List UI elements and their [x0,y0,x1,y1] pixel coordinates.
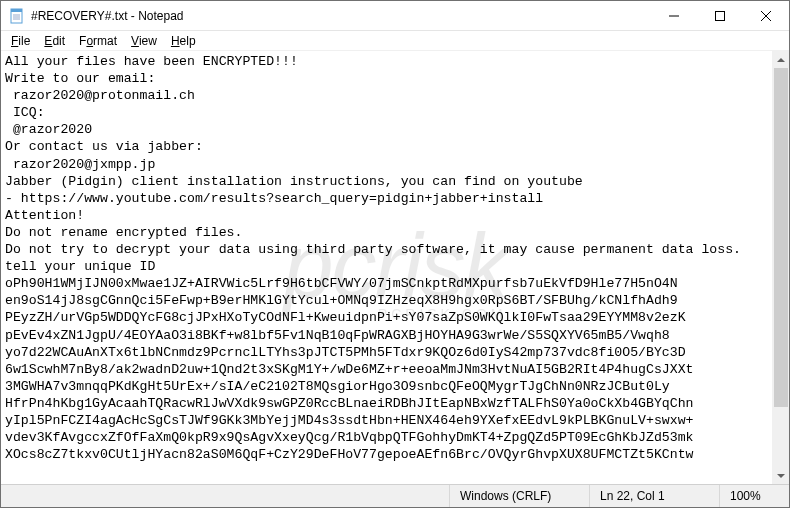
scroll-up-button[interactable] [773,51,789,68]
menu-format[interactable]: Format [73,33,123,49]
text-line: - https://www.youtube.com/results?search… [5,190,768,207]
text-line: 3MGWHA7v3mnqqPKdKgHt5UrEx+/sIA/eC2102T8M… [5,378,768,395]
text-line: Jabber (Pidgin) client installation inst… [5,173,768,190]
text-line: Attention! [5,207,768,224]
notepad-window: #RECOVERY#.txt - Notepad File Edit Forma… [0,0,790,508]
notepad-icon [9,8,25,24]
menu-edit[interactable]: Edit [38,33,71,49]
text-line: HfrPn4hKbg1GyAcaahTQRacwRlJwVXdk9swGPZ0R… [5,395,768,412]
svg-rect-5 [716,11,725,20]
menubar: File Edit Format View Help [1,31,789,51]
text-line: ICQ: [5,104,768,121]
statusbar: Windows (CRLF) Ln 22, Col 1 100% [1,484,789,507]
text-line: oPh90H1WMjIJN00xMwae1JZ+AIRVWic5Lrf9H6tb… [5,275,768,292]
status-zoom: 100% [719,485,789,507]
titlebar-left: #RECOVERY#.txt - Notepad [1,8,184,24]
text-line: en9oS14jJ8sgCGnnQci5FeFwp+B9erHMKlGYtYcu… [5,292,768,309]
maximize-icon [715,11,725,21]
chevron-up-icon [777,56,785,64]
text-line: Or contact us via jabber: [5,138,768,155]
text-line: pEvEv4xZN1JgpU/4EOYAaO3i8BKf+w8lbf5Fv1Nq… [5,327,768,344]
close-icon [761,11,771,21]
text-line: Do not try to decrypt your data using th… [5,241,768,258]
editor-area: All your files have been ENCRYPTED!!!Wri… [1,51,789,484]
scroll-thumb[interactable] [774,68,788,407]
vertical-scrollbar[interactable] [772,51,789,484]
text-line: Write to our email: [5,70,768,87]
text-line: razor2020@jxmpp.jp [5,156,768,173]
text-line: All your files have been ENCRYPTED!!! [5,53,768,70]
scroll-down-button[interactable] [773,467,789,484]
close-button[interactable] [743,1,789,30]
text-line: @razor2020 [5,121,768,138]
text-line: Do not rename encrypted files. [5,224,768,241]
window-title: #RECOVERY#.txt - Notepad [31,9,184,23]
window-controls [651,1,789,30]
text-line: 6w1ScwhM7nBy8/ak2wadnD2uw+1Qnd2t3xSKgM1Y… [5,361,768,378]
text-line: yo7d22WCAuAnXTx6tlbNCnmdz9PcrnclLTYhs3pJ… [5,344,768,361]
titlebar[interactable]: #RECOVERY#.txt - Notepad [1,1,789,31]
minimize-icon [669,11,679,21]
menu-view[interactable]: View [125,33,163,49]
svg-rect-1 [11,9,22,12]
scroll-track[interactable] [773,68,789,467]
text-line: PEyzZH/urVGp5WDDQYcFG8cjJPxHXoTyCOdNFl+K… [5,309,768,326]
text-line: vdev3KfAvgccxZfOfFaXmQ0kpR9x9QsAgvXxeyQc… [5,429,768,446]
menu-help[interactable]: Help [165,33,202,49]
text-line: XOcs8cZ7tkxv0CUtljHYacn82aS0M6QqF+CzY29D… [5,446,768,463]
chevron-down-icon [777,472,785,480]
maximize-button[interactable] [697,1,743,30]
menu-file[interactable]: File [5,33,36,49]
status-spacer [1,485,449,507]
text-line: yIpl5PnFCZI4agAcHcSgCsTJWf9GKk3MbYejjMD4… [5,412,768,429]
text-line: razor2020@protonmail.ch [5,87,768,104]
text-line: tell your unique ID [5,258,768,275]
status-encoding: Windows (CRLF) [449,485,589,507]
text-content[interactable]: All your files have been ENCRYPTED!!!Wri… [1,51,772,484]
status-position: Ln 22, Col 1 [589,485,719,507]
minimize-button[interactable] [651,1,697,30]
